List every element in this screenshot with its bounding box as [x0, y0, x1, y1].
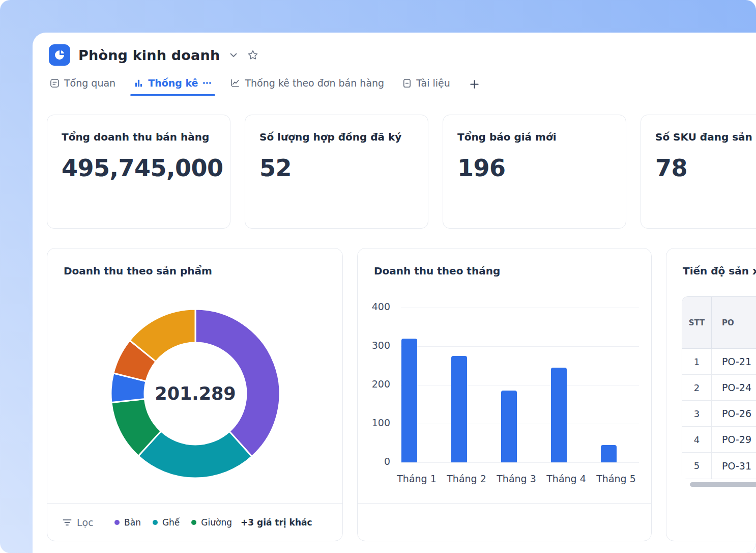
filter-label: Lọc [77, 517, 94, 528]
cell-stt: 5 [682, 453, 712, 479]
bar-Tháng 5[interactable] [601, 445, 617, 462]
y-axis-tick: 300 [358, 340, 390, 351]
stat-label: Tổng doanh thu bán hàng [62, 131, 216, 143]
stat-card-total-revenue: Tổng doanh thu bán hàng 495,745,000 [47, 115, 230, 229]
donut-chart-title: Doanh thu theo sản phẩm [64, 265, 212, 277]
donut-chart [109, 307, 282, 480]
horizontal-scrollbar[interactable] [690, 482, 756, 487]
tab-statistics[interactable]: Thống kê [134, 77, 212, 96]
donut-legend: Bàn Ghế Giường +3 giá trị khác [114, 517, 312, 528]
tab-stats-by-sales-order[interactable]: Thống kê theo đơn bán hàng [230, 77, 384, 96]
stat-card-new-quotes: Tổng báo giá mới 196 [443, 115, 626, 229]
bar-chart-card: Doanh thu theo tháng 4003002001000 Tháng… [357, 248, 652, 541]
dashboard-window: Phòng kinh doanh Tổng quan [33, 33, 756, 553]
legend-item-ban[interactable]: Bàn [114, 517, 141, 528]
y-axis-tick: 100 [358, 417, 390, 428]
table-row[interactable]: 4PO-29 [682, 427, 756, 453]
tab-bar: Tổng quan Thống kê Thống kê theo đơn [50, 77, 480, 96]
legend-label: Ghế [162, 517, 180, 528]
charts-row: Doanh thu theo sản phẩm 201.289 Lọc Bàn [47, 248, 756, 541]
stat-card-sku-in-production: Số SKU đang sản xuất 78 [641, 115, 756, 229]
column-header-stt: STT [682, 297, 712, 348]
tab-stats-by-sales-order-label: Thống kê theo đơn bán hàng [245, 77, 384, 89]
bar-x-labels: Tháng 1Tháng 2Tháng 3Tháng 4Tháng 5 [401, 473, 645, 486]
tab-statistics-label: Thống kê [148, 77, 198, 89]
tab-overview-label: Tổng quan [64, 77, 115, 89]
table-row[interactable]: 5PO-31 [682, 453, 756, 479]
y-axis-tick: 0 [358, 456, 390, 467]
legend-dot [191, 520, 196, 525]
tab-documents-label: Tài liệu [416, 77, 450, 89]
y-axis-tick: 200 [358, 378, 390, 390]
table-body: 1PO-212PO-243PO-264PO-295PO-31 [682, 349, 756, 479]
table-row[interactable]: 1PO-21 [682, 349, 756, 375]
more-icon[interactable] [202, 81, 212, 85]
page-background: Phòng kinh doanh Tổng quan [0, 0, 756, 553]
filter-button[interactable]: Lọc [63, 517, 94, 528]
bar-card-footer [358, 503, 651, 541]
cell-po: PO-26 [712, 401, 756, 426]
y-axis-tick: 400 [358, 301, 390, 312]
bar-Tháng 1[interactable] [401, 339, 417, 462]
donut-chart-card: Doanh thu theo sản phẩm 201.289 Lọc Bàn [47, 248, 343, 541]
bar-chart-title: Doanh thu theo tháng [374, 265, 500, 277]
plus-icon [469, 78, 480, 90]
legend-item-giuong[interactable]: Giường [191, 517, 232, 528]
cell-stt: 3 [682, 401, 712, 426]
star-icon[interactable] [247, 49, 258, 61]
x-axis-label: Tháng 2 [444, 473, 489, 484]
legend-dot [114, 520, 120, 525]
stat-label: Số lượng hợp đồng đã ký [259, 131, 414, 143]
table-row[interactable]: 3PO-26 [682, 401, 756, 427]
line-chart-icon [230, 78, 240, 88]
stat-card-signed-contracts: Số lượng hợp đồng đã ký 52 [245, 115, 428, 229]
gridline [401, 385, 639, 385]
dashboard-app-icon[interactable] [49, 44, 70, 66]
legend-label: Giường [201, 517, 232, 528]
x-axis-label: Tháng 4 [543, 473, 589, 484]
legend-dot [153, 520, 158, 525]
production-table-card: Tiến độ sản xuất STT PO 1PO-212PO-243PO-… [666, 248, 756, 541]
stat-label: Số SKU đang sản xuất [655, 131, 756, 143]
x-axis-label: Tháng 5 [593, 473, 639, 484]
production-table: STT PO 1PO-212PO-243PO-264PO-295PO-31 [682, 296, 756, 479]
cell-po: PO-29 [712, 427, 756, 452]
document-icon [402, 78, 412, 88]
gridline [401, 346, 639, 347]
cell-po: PO-24 [712, 375, 756, 400]
cell-po: PO-31 [712, 453, 756, 479]
column-header-po: PO [712, 297, 756, 348]
overview-icon [50, 78, 60, 88]
legend-item-ghe[interactable]: Ghế [153, 517, 180, 528]
tab-documents[interactable]: Tài liệu [402, 77, 450, 96]
bar-y-axis: 4003002001000 [358, 308, 390, 462]
table-row[interactable]: 2PO-24 [682, 375, 756, 401]
bar-Tháng 2[interactable] [451, 356, 467, 462]
bar-chart-icon [134, 78, 143, 88]
stat-value: 196 [457, 154, 612, 182]
chevron-down-icon[interactable] [230, 53, 237, 58]
legend-more-values[interactable]: +3 giá trị khác [241, 517, 312, 528]
gridline [401, 462, 639, 463]
gridline [401, 308, 639, 308]
stat-value: 78 [655, 154, 756, 182]
header: Phòng kinh doanh [49, 44, 258, 66]
page-title: Phòng kinh doanh [78, 47, 220, 63]
bar-Tháng 3[interactable] [501, 391, 517, 462]
stat-value: 52 [259, 154, 414, 182]
cell-stt: 4 [682, 427, 712, 452]
cell-po: PO-21 [712, 349, 756, 374]
donut-segment-Bàn[interactable] [195, 309, 280, 456]
filter-icon [63, 519, 72, 526]
gridline [401, 424, 639, 424]
stat-label: Tổng báo giá mới [457, 131, 612, 143]
table-header-row: STT PO [682, 297, 756, 349]
bar-Tháng 4[interactable] [551, 368, 567, 462]
tab-overview[interactable]: Tổng quan [50, 77, 115, 96]
stat-cards-row: Tổng doanh thu bán hàng 495,745,000 Số l… [47, 115, 756, 229]
x-axis-label: Tháng 1 [394, 473, 440, 484]
cell-stt: 1 [682, 349, 712, 374]
bar-plot [401, 308, 639, 462]
legend-label: Bàn [124, 517, 141, 528]
add-tab-button[interactable] [469, 77, 480, 90]
